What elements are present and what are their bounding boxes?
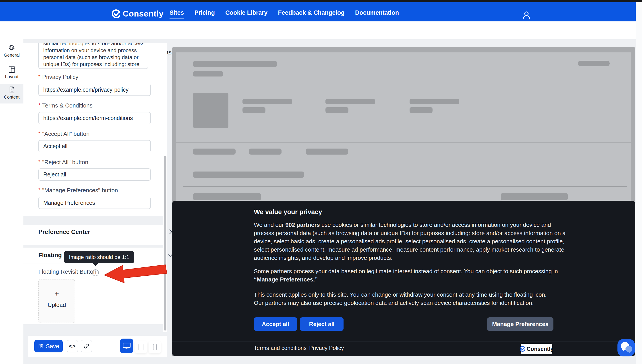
preview-mobile-button[interactable] [148,341,161,353]
skeleton-bar [193,71,223,76]
mobile-icon [152,344,157,350]
copy-link-button[interactable] [81,340,92,352]
skeleton-image-placeholder [193,93,228,128]
chat-bubble-small-icon [626,346,632,352]
skeleton-divider [176,142,630,142]
skeleton-bar [242,99,292,104]
tooltip-caret [92,263,98,266]
plus-icon: + [39,289,75,298]
partners-count: 902 partners [285,222,320,228]
banner-description-text: similar technologies to store and/or acc… [43,43,144,68]
tooltip-image-ratio: Image ratio should be 1:1 [64,251,134,263]
site-navbar: test Dashboard Cookie Banner Cookies & S… [0,22,642,39]
banner-paragraph-3: This consent applies only to this site. … [254,290,573,307]
annotation-arrow-red [102,263,168,287]
skeleton-bar [326,99,375,104]
sidebar-item-general[interactable]: General [0,44,24,58]
top-navbar: Consently Sites Pricing Cookie Library F… [0,2,642,22]
upload-dropzone[interactable]: + Upload [38,279,75,323]
banner-description-textarea[interactable]: similar technologies to store and/or acc… [38,43,148,69]
banner-accept-all-button[interactable]: Accept all [254,318,297,331]
consently-badge-icon [520,346,526,352]
accept-all-label: *"Accept All" button [38,130,90,138]
consently-logo-icon [112,9,121,19]
editor-sidebar: General Layout Content [0,39,24,364]
skeleton-bar [193,61,277,67]
skeleton-bar [410,99,459,104]
section-gap [24,216,167,224]
cookie-consent-banner: We value your privacy We and our 902 par… [172,201,635,356]
skeleton-bar [193,172,304,178]
banner-privacy-link[interactable]: Privacy Policy [309,345,344,351]
panel-scrollbar-thumb[interactable] [164,156,166,330]
consently-badge-text: Consently [527,346,554,352]
banner-paragraph-2: Some partners process your data based on… [254,267,573,284]
banner-paragraph-1: We and our 902 partners use cookies or s… [254,221,573,262]
preference-center-title: Preference Center [38,228,90,236]
skeleton-bar [242,107,266,113]
user-account-icon[interactable] [522,10,531,20]
manage-preferences-label: *"Manage Preferences" button [38,187,118,194]
preview-desktop-button[interactable] [120,338,134,353]
skeleton-bar [326,107,348,113]
floating-revisit-upload-label: Floating Revisit Button [38,268,96,275]
banner-manage-preferences-button[interactable]: Manage Preferences [487,318,554,331]
reject-all-input[interactable] [38,168,151,181]
gear-icon [0,44,24,52]
banner-title: We value your privacy [254,208,322,216]
sidebar-label-layout: Layout [0,74,24,80]
manage-preferences-input[interactable] [38,197,151,209]
chat-widget-button[interactable] [618,339,635,356]
document-icon [0,86,24,94]
nav-item-documentation[interactable]: Documentation [355,9,399,19]
editor-action-bar: Save <> [28,336,167,357]
privacy-policy-input[interactable] [38,84,151,96]
upload-text: Upload [39,302,75,308]
skeleton-bar [410,107,432,113]
terms-conditions-label: *Terms & Conditions [38,102,92,109]
skeleton-bar [501,193,568,200]
banner-terms-link[interactable]: Terms and conditions [254,345,306,351]
terms-conditions-input[interactable] [38,112,151,124]
banner-reject-all-button[interactable]: Reject all [300,318,344,331]
sidebar-label-content: Content [0,94,24,100]
layout-icon [0,66,24,74]
save-button[interactable]: Save [34,340,63,352]
embed-code-button[interactable]: <> [67,340,78,352]
code-icon: <> [69,343,76,349]
section-gap [24,245,167,248]
link-icon [84,343,90,349]
sidebar-label-general: General [0,53,24,58]
accept-all-input[interactable] [38,140,151,152]
skeleton-bar [193,193,261,200]
nav-item-cookie-library[interactable]: Cookie Library [225,9,268,19]
skeleton-bar [306,148,348,154]
page-scrollbar-gutter[interactable] [636,2,642,364]
skeleton-divider [183,186,627,187]
privacy-policy-label: *Privacy Policy [38,74,78,80]
top-nav-links: Sites Pricing Cookie Library Feedback & … [170,9,399,19]
sidebar-item-layout[interactable]: Layout [0,66,24,80]
skeleton-bar [578,61,610,66]
reject-all-label: *"Reject All" button [38,159,88,166]
sidebar-item-content[interactable]: Content [0,86,24,100]
tablet-icon [138,344,144,350]
window-top-strip [0,0,642,2]
save-icon [38,343,44,349]
preview-tablet-button[interactable] [135,341,147,353]
consently-logo[interactable]: Consently [112,9,164,19]
skeleton-bar [249,148,282,154]
nav-item-sites[interactable]: Sites [170,9,184,19]
desktop-icon [122,342,131,350]
save-label: Save [46,343,59,350]
banner-footer-divider [172,341,635,342]
nav-item-feedback-changelog[interactable]: Feedback & Changelog [278,9,345,19]
logo-text: Consently [123,9,164,18]
banner-consently-badge[interactable]: Consently [521,344,552,354]
skeleton-bar [193,148,236,154]
nav-item-pricing[interactable]: Pricing [194,9,215,19]
help-icon[interactable]: ? [92,270,99,276]
app-root: Consently Sites Pricing Cookie Library F… [0,0,642,364]
